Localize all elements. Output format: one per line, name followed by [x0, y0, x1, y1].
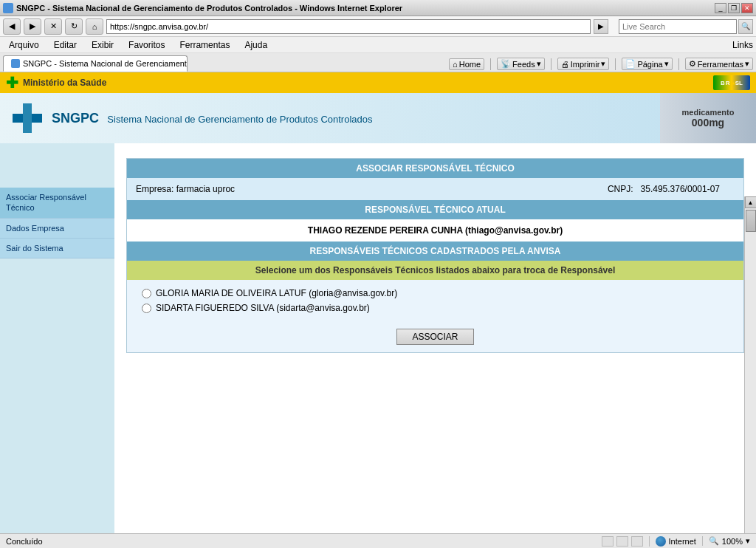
forward-button[interactable]: ▶ [24, 18, 41, 35]
search-bar: 🔍 [619, 19, 753, 34]
title-bar: SNGPC - Sistema Nacional de Gerenciament… [0, 0, 756, 16]
sngpc-text-area: SNGPC Sistema Nacional de Gerenciamento … [52, 111, 373, 126]
close-button[interactable]: ✕ [741, 3, 753, 13]
tab-bar: SNGPC - Sistema Nacional de Gerenciament… [0, 53, 756, 72]
toolbar-separator-4 [678, 58, 679, 70]
status-bar: Concluído Internet 🔍 100% ▾ [0, 533, 756, 548]
page-toolbar-button[interactable]: 📄 Página ▾ [622, 58, 672, 70]
internet-globe-icon [656, 536, 666, 547]
radio-options-row: GLORIA MARIA DE OLIVEIRA LATUF (gloria@a… [127, 280, 743, 321]
sngpc-description: Sistema Nacional de Gerenciamento de Pro… [107, 114, 372, 125]
selection-instruction: Selecione um dos Responsáveis Técnicos l… [127, 261, 743, 280]
status-text: Concluído [6, 537, 596, 546]
print-icon: 🖨 [561, 60, 569, 69]
search-input[interactable] [619, 19, 737, 34]
medicine-label: medicamento [682, 108, 735, 117]
menu-exibir[interactable]: Exibir [86, 38, 120, 52]
tools-dropdown-icon: ▾ [745, 59, 749, 69]
toolbar-separator-1 [490, 58, 491, 70]
brazil-flag: BR ★ SL [713, 75, 750, 90]
tools-toolbar-button[interactable]: ⚙ Ferramentas ▾ [685, 58, 753, 70]
sidebar: Associar Responsável Técnico Dados Empre… [0, 143, 114, 533]
ministry-header: ✚ Ministério da Saúde BR ★ SL [0, 72, 756, 93]
menu-arquivo[interactable]: Arquivo [3, 38, 45, 52]
ministry-logo: ✚ Ministério da Saúde [6, 74, 106, 92]
health-cross-icon: ✚ [6, 74, 18, 92]
print-toolbar-button[interactable]: 🖨 Imprimir ▾ [557, 58, 610, 70]
cnpj-value: 35.495.376/0001-07 [641, 184, 720, 194]
restore-button[interactable]: ❐ [728, 3, 740, 13]
current-rt-title-row: RESPONSÁVEL TÉCNICO ATUAL [127, 200, 743, 219]
menu-editar[interactable]: Editar [48, 38, 83, 52]
radio-option-2: SIDARTA FIGUEREDO SILVA (sidarta@anvisa.… [127, 301, 743, 315]
zone-label: Internet [669, 537, 696, 546]
minimize-button[interactable]: _ [715, 3, 726, 13]
feeds-dropdown-icon: ▾ [537, 59, 541, 69]
back-button[interactable]: ◀ [3, 18, 21, 35]
sidebar-item-dados-label: Dados Empresa [6, 224, 64, 233]
home-toolbar-button[interactable]: ⌂ Home [449, 58, 484, 70]
toolbar-separator-2 [551, 58, 551, 70]
sidebar-item-associar-label: Associar Responsável Técnico [6, 193, 86, 212]
page-dropdown-icon: ▾ [664, 59, 669, 69]
scroll-up-button[interactable]: ▲ [745, 196, 757, 208]
toolbar-separator-3 [615, 58, 616, 70]
medicine-label-area: medicamento 000mg [682, 108, 735, 129]
tools-icon: ⚙ [689, 59, 696, 69]
zoom-dropdown-icon: ▾ [746, 536, 750, 546]
status-indicator-3 [631, 536, 643, 547]
feeds-label: Feeds [512, 60, 535, 69]
refresh-button[interactable]: ↻ [65, 18, 83, 35]
tab-label: SNGPC - Sistema Nacional de Gerenciament… [23, 59, 188, 68]
menu-bar: Arquivo Editar Exibir Favoritos Ferramen… [0, 37, 756, 53]
feeds-toolbar-button[interactable]: 📡 Feeds ▾ [497, 58, 545, 70]
associate-btn-area: ASSOCIAR [127, 321, 743, 352]
menu-ferramentas[interactable]: Ferramentas [173, 38, 236, 52]
status-indicators [602, 536, 643, 547]
associate-button[interactable]: ASSOCIAR [396, 329, 473, 345]
page-icon: 📄 [625, 59, 636, 69]
links-label: Links [732, 40, 753, 50]
sidebar-item-dados[interactable]: Dados Empresa [0, 219, 114, 239]
address-input[interactable] [106, 19, 591, 34]
status-indicator-2 [616, 536, 628, 547]
radio-option-1: GLORIA MARIA DE OLIVEIRA LATUF (gloria@a… [127, 286, 743, 301]
content-area: ASSOCIAR RESPONSÁVEL TÉCNICO Empresa: fa… [114, 143, 756, 533]
zoom-level: 100% [722, 537, 743, 546]
page-label: Página [637, 60, 662, 69]
scrollbar: ▲ ▼ [744, 196, 756, 533]
scroll-thumb[interactable] [746, 210, 756, 232]
window-title: SNGPC - Sistema Nacional de Gerenciament… [16, 4, 402, 13]
search-button[interactable]: 🔍 [738, 19, 753, 34]
address-bar: ◀ ▶ ✕ ↻ ⌂ ▶ 🔍 [0, 16, 756, 37]
instruction-row: Selecione um dos Responsáveis Técnicos l… [127, 261, 743, 280]
tab-toolbar-right: ⌂ Home 📡 Feeds ▾ 🖨 Imprimir ▾ 📄 Página ▾… [449, 58, 753, 72]
sngpc-logo-area: SNGPC Sistema Nacional de Gerenciamento … [9, 100, 373, 137]
stop-button[interactable]: ✕ [44, 18, 62, 35]
home-label: Home [459, 60, 481, 69]
status-indicator-1 [602, 536, 614, 547]
title-bar-left: SNGPC - Sistema Nacional de Gerenciament… [3, 3, 402, 13]
home-button[interactable]: ⌂ [86, 18, 103, 35]
menu-ajuda[interactable]: Ajuda [238, 38, 273, 52]
status-zone: Internet [649, 536, 696, 547]
home-icon: ⌂ [453, 60, 458, 69]
go-button[interactable]: ▶ [594, 19, 608, 34]
tab-sngpc[interactable]: SNGPC - Sistema Nacional de Gerenciament… [3, 55, 188, 72]
medicine-box: medicamento 000mg [660, 93, 756, 143]
sngpc-banner: SNGPC Sistema Nacional de Gerenciamento … [0, 93, 756, 143]
menu-favoritos[interactable]: Favoritos [123, 38, 171, 52]
radio-gloria[interactable] [142, 289, 151, 298]
print-label: Imprimir [571, 60, 600, 69]
associate-button-row: ASSOCIAR [127, 321, 743, 352]
sidebar-item-associar[interactable]: Associar Responsável Técnico [0, 188, 114, 219]
title-bar-controls: _ ❐ ✕ [715, 3, 753, 13]
cnpj-area: CNPJ: 35.495.376/0001-07 [608, 184, 720, 194]
sidebar-item-sair[interactable]: Sair do Sistema [0, 239, 114, 258]
browser-content: ✚ Ministério da Saúde BR ★ SL [0, 72, 756, 533]
registered-rt-title: RESPONSÁVEIS TÉCNICOS CADASTRADOS PELA A… [127, 242, 743, 261]
cnpj-label: CNPJ: [608, 184, 633, 194]
radio-sidarta[interactable] [142, 304, 151, 313]
tab-favicon [11, 59, 20, 68]
zoom-controls[interactable]: 🔍 100% ▾ [702, 536, 750, 546]
